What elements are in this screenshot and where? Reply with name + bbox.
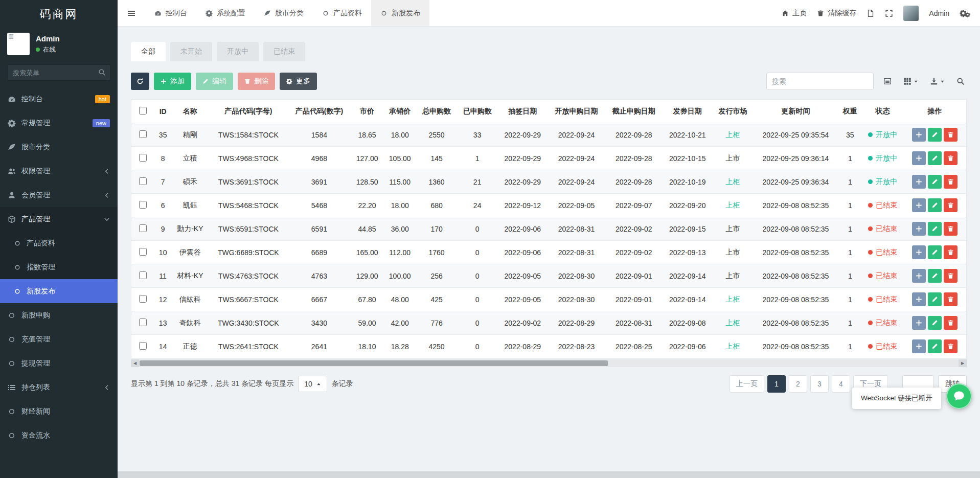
row-add-button[interactable] (912, 222, 926, 236)
filter-tab[interactable]: 未开始 (170, 42, 212, 61)
fullscreen-button[interactable] (885, 9, 893, 17)
market-type[interactable]: 上柜 (726, 201, 740, 209)
sidebar-toggle-button[interactable] (118, 0, 145, 26)
detail-view-button[interactable] (881, 75, 894, 87)
column-header[interactable]: 承销价 (383, 100, 416, 123)
column-header[interactable]: 发行市场 (713, 100, 754, 123)
row-add-button[interactable] (912, 175, 926, 189)
topbar-tab[interactable]: 股市分类 (255, 0, 313, 26)
row-edit-button[interactable] (928, 151, 942, 165)
row-checkbox[interactable] (139, 295, 147, 303)
market-type[interactable]: 上柜 (726, 130, 740, 139)
column-header[interactable]: 已申购数 (457, 100, 498, 123)
column-header[interactable]: ID (155, 100, 171, 123)
sidebar-item[interactable]: 新股申购 (0, 303, 118, 327)
settings-button[interactable] (960, 9, 971, 18)
row-add-button[interactable] (912, 128, 926, 142)
search-icon[interactable] (98, 69, 106, 76)
row-edit-button[interactable] (928, 269, 942, 283)
topbar-tab[interactable]: 系统配置 (196, 0, 255, 26)
row-checkbox[interactable] (139, 130, 147, 138)
row-checkbox[interactable] (139, 154, 147, 162)
sidebar-item[interactable]: 持仓列表 (0, 375, 118, 399)
sidebar-item[interactable]: 权限管理 (0, 159, 118, 183)
user-menu[interactable]: Admin (929, 9, 949, 17)
row-add-button[interactable] (912, 316, 926, 330)
row-delete-button[interactable] (944, 316, 958, 330)
table-search-input[interactable] (766, 73, 874, 90)
sidebar-subitem[interactable]: 新股发布 (0, 279, 118, 303)
topbar-tab[interactable]: 控制台 (145, 0, 196, 26)
sidebar-item[interactable]: 财经新闻 (0, 399, 118, 423)
sidebar-item[interactable]: 股市分类 (0, 135, 118, 159)
market-type[interactable]: 上柜 (726, 318, 740, 327)
row-checkbox[interactable] (139, 318, 147, 326)
row-edit-button[interactable] (928, 175, 942, 189)
sidebar-item[interactable]: 常规管理new (0, 111, 118, 135)
row-delete-button[interactable] (944, 175, 958, 189)
row-checkbox[interactable] (139, 248, 147, 256)
row-add-button[interactable] (912, 245, 926, 259)
row-checkbox[interactable] (139, 342, 147, 350)
market-type[interactable]: 上柜 (726, 177, 740, 186)
more-button[interactable]: 更多 (280, 73, 317, 90)
row-delete-button[interactable] (944, 245, 958, 259)
page-button[interactable]: 2 (789, 375, 807, 393)
row-delete-button[interactable] (944, 292, 958, 306)
column-header[interactable]: 产品代码(字母) (209, 100, 288, 123)
chat-widget-button[interactable] (946, 383, 972, 409)
row-add-button[interactable] (912, 269, 926, 283)
column-header[interactable]: 抽签日期 (497, 100, 548, 123)
scroll-left-arrow[interactable]: ◀ (131, 359, 139, 367)
page-size-select[interactable]: 10 (298, 376, 327, 392)
refresh-button[interactable] (131, 73, 149, 90)
row-delete-button[interactable] (944, 198, 958, 212)
row-delete-button[interactable] (944, 269, 958, 283)
filter-tab[interactable]: 开放中 (217, 42, 259, 61)
filter-tab[interactable]: 已结束 (263, 42, 305, 61)
filter-tab[interactable]: 全部 (131, 42, 166, 61)
row-add-button[interactable] (912, 151, 926, 165)
row-add-button[interactable] (912, 292, 926, 306)
row-checkbox[interactable] (139, 271, 147, 279)
page-button[interactable]: 4 (832, 375, 850, 393)
column-header[interactable]: 权重 (838, 100, 862, 123)
sidebar-item[interactable]: 控制台hot (0, 87, 118, 111)
sidebar-item[interactable]: 会员管理 (0, 183, 118, 207)
row-checkbox[interactable] (139, 201, 147, 209)
prev-page-button[interactable]: 上一页 (730, 375, 764, 393)
market-type[interactable]: 上柜 (726, 295, 740, 303)
sidebar-subitem[interactable]: 产品资料 (0, 231, 118, 255)
export-button[interactable] (928, 75, 947, 87)
topbar-tab[interactable]: 新股发布 (371, 0, 429, 26)
columns-button[interactable] (901, 75, 920, 87)
market-type[interactable]: 上柜 (726, 342, 740, 350)
row-add-button[interactable] (912, 198, 926, 212)
row-checkbox[interactable] (139, 177, 147, 185)
column-header[interactable]: 更新时间 (753, 100, 838, 123)
row-delete-button[interactable] (944, 339, 958, 353)
sidebar-item[interactable]: 提现管理 (0, 351, 118, 375)
column-header[interactable]: 总申购数 (416, 100, 457, 123)
search-toggle-button[interactable] (954, 75, 967, 87)
sidebar-subitem[interactable]: 指数管理 (0, 255, 118, 279)
row-delete-button[interactable] (944, 151, 958, 165)
horizontal-scrollbar[interactable]: ◀ ▶ (131, 359, 967, 367)
column-header[interactable]: 发券日期 (663, 100, 713, 123)
sidebar-item[interactable]: 充值管理 (0, 327, 118, 351)
doc-button[interactable] (867, 9, 875, 17)
row-edit-button[interactable] (928, 339, 942, 353)
clear-cache-button[interactable]: 清除缓存 (817, 9, 856, 18)
column-header[interactable]: 产品代码(数字) (288, 100, 351, 123)
topbar-tab[interactable]: 产品资料 (313, 0, 371, 26)
row-add-button[interactable] (912, 339, 926, 353)
row-edit-button[interactable] (928, 222, 942, 236)
user-avatar[interactable] (903, 6, 919, 21)
select-all-checkbox[interactable] (139, 107, 147, 115)
row-edit-button[interactable] (928, 198, 942, 212)
row-edit-button[interactable] (928, 128, 942, 142)
column-header[interactable]: 市价 (351, 100, 383, 123)
row-edit-button[interactable] (928, 292, 942, 306)
column-header[interactable]: 状态 (862, 100, 903, 123)
column-header[interactable]: 操作 (903, 100, 967, 123)
